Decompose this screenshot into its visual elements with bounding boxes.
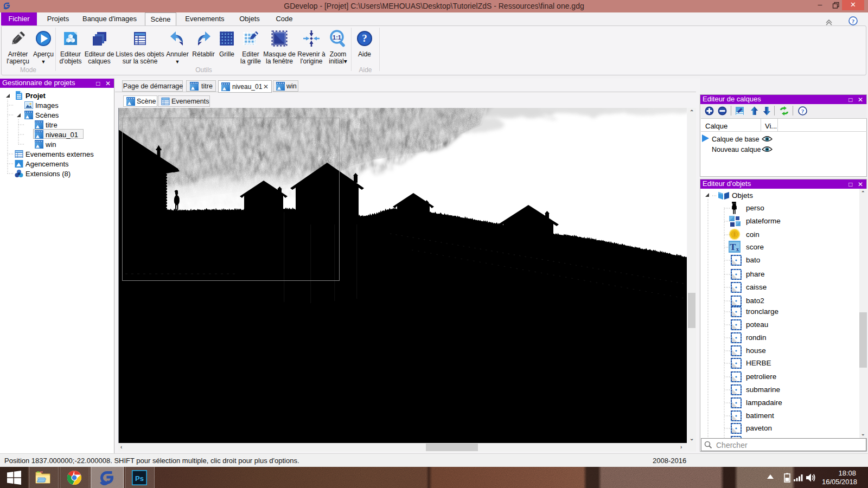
svg-text:?: ? [362, 33, 367, 44]
svg-text:?: ? [801, 108, 805, 114]
svg-text:T: T [730, 242, 736, 252]
svg-text:?: ? [852, 18, 855, 24]
svg-text:x: x [736, 246, 739, 252]
svg-text:Ps: Ps [135, 474, 144, 483]
